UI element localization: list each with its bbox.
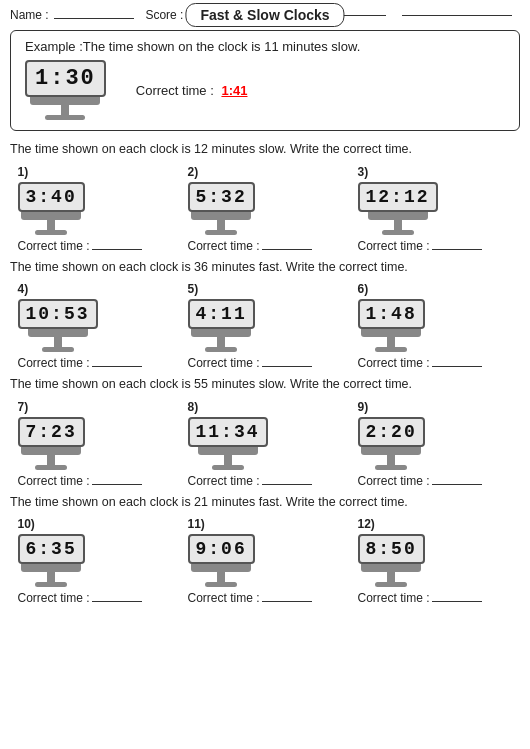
clock-num-3: 3) (358, 165, 369, 179)
clock-screen-6: 1:48 (358, 299, 425, 329)
example-clock-base (30, 97, 100, 105)
clock-stand-6 (387, 337, 395, 347)
correct-time-blank-12[interactable] (432, 601, 482, 602)
clock-stand-9 (387, 455, 395, 465)
correct-time-label-6: Correct time : (358, 356, 482, 370)
section-4-instruction: The time shown on each clock is 21 minut… (10, 494, 520, 512)
clock-wrap-9: 2:20 (358, 417, 425, 470)
correct-time-blank-8[interactable] (262, 484, 312, 485)
clock-wrap-8: 11:34 (188, 417, 268, 470)
clock-base-6 (361, 329, 421, 337)
clock-stand-7 (47, 455, 55, 465)
clock-screen-1: 3:40 (18, 182, 85, 212)
clock-item-11: 11)9:06Correct time : (188, 517, 343, 605)
example-text: Example :The time shown on the clock is … (25, 39, 360, 54)
section-1-clock-row: 1)3:40Correct time :2)5:32Correct time :… (10, 165, 520, 253)
clock-item-7: 7)7:23Correct time : (18, 400, 173, 488)
clock-foot-5 (205, 347, 237, 352)
page-title: Fast & Slow Clocks (185, 3, 344, 27)
clock-wrap-10: 6:35 (18, 534, 85, 587)
clock-base-1 (21, 212, 81, 220)
clock-base-9 (361, 447, 421, 455)
clock-stand-4 (54, 337, 62, 347)
clock-stand-10 (47, 572, 55, 582)
clock-stand-8 (224, 455, 232, 465)
clock-wrap-5: 4:11 (188, 299, 255, 352)
clock-stand-5 (217, 337, 225, 347)
example-clock-foot (45, 115, 85, 120)
correct-time-label-9: Correct time : (358, 474, 482, 488)
clock-base-12 (361, 564, 421, 572)
clock-foot-9 (375, 465, 407, 470)
clock-item-1: 1)3:40Correct time : (18, 165, 173, 253)
example-box: Example :The time shown on the clock is … (10, 30, 520, 131)
clock-screen-7: 7:23 (18, 417, 85, 447)
section-3-clock-row: 7)7:23Correct time :8)11:34Correct time … (10, 400, 520, 488)
clock-foot-7 (35, 465, 67, 470)
clock-foot-1 (35, 230, 67, 235)
clock-wrap-6: 1:48 (358, 299, 425, 352)
section-4-clock-row: 10)6:35Correct time :11)9:06Correct time… (10, 517, 520, 605)
correct-time-label-4: Correct time : (18, 356, 142, 370)
clock-wrap-12: 8:50 (358, 534, 425, 587)
clock-base-7 (21, 447, 81, 455)
clock-num-5: 5) (188, 282, 199, 296)
correct-time-label-2: Correct time : (188, 239, 312, 253)
correct-time-blank-6[interactable] (432, 366, 482, 367)
clock-item-4: 4)10:53Correct time : (18, 282, 173, 370)
correct-time-blank-7[interactable] (92, 484, 142, 485)
clock-num-2: 2) (188, 165, 199, 179)
clock-item-12: 12)8:50Correct time : (358, 517, 513, 605)
clock-item-8: 8)11:34Correct time : (188, 400, 343, 488)
header-line-right (402, 15, 512, 16)
clock-num-10: 10) (18, 517, 35, 531)
clock-wrap-2: 5:32 (188, 182, 255, 235)
clock-screen-2: 5:32 (188, 182, 255, 212)
clock-item-5: 5)4:11Correct time : (188, 282, 343, 370)
example-clock-screen: 1:30 (25, 60, 106, 97)
correct-time-blank-1[interactable] (92, 249, 142, 250)
clock-screen-8: 11:34 (188, 417, 268, 447)
correct-time-label-1: Correct time : (18, 239, 142, 253)
clock-base-2 (191, 212, 251, 220)
correct-time-blank-4[interactable] (92, 366, 142, 367)
clock-item-6: 6)1:48Correct time : (358, 282, 513, 370)
clock-item-9: 9)2:20Correct time : (358, 400, 513, 488)
name-line (54, 18, 134, 19)
name-label: Name : (10, 8, 49, 22)
clock-num-6: 6) (358, 282, 369, 296)
correct-time-blank-10[interactable] (92, 601, 142, 602)
example-correct-time: Correct time : 1:41 (136, 83, 248, 98)
correct-time-blank-3[interactable] (432, 249, 482, 250)
clock-num-11: 11) (188, 517, 205, 531)
section-3-instruction: The time shown on each clock is 55 minut… (10, 376, 520, 394)
clock-foot-11 (205, 582, 237, 587)
clock-wrap-1: 3:40 (18, 182, 85, 235)
clock-stand-1 (47, 220, 55, 230)
clock-base-4 (28, 329, 88, 337)
clock-screen-12: 8:50 (358, 534, 425, 564)
clock-num-1: 1) (18, 165, 29, 179)
correct-time-label-7: Correct time : (18, 474, 142, 488)
section-1-instruction: The time shown on each clock is 12 minut… (10, 141, 520, 159)
clock-screen-11: 9:06 (188, 534, 255, 564)
clock-stand-2 (217, 220, 225, 230)
correct-time-blank-2[interactable] (262, 249, 312, 250)
clock-num-9: 9) (358, 400, 369, 414)
clock-num-4: 4) (18, 282, 29, 296)
clock-num-7: 7) (18, 400, 29, 414)
correct-time-blank-9[interactable] (432, 484, 482, 485)
correct-time-blank-5[interactable] (262, 366, 312, 367)
correct-time-blank-11[interactable] (262, 601, 312, 602)
clock-base-3 (368, 212, 428, 220)
clock-foot-2 (205, 230, 237, 235)
clock-wrap-3: 12:12 (358, 182, 438, 235)
correct-time-label-11: Correct time : (188, 591, 312, 605)
clock-screen-3: 12:12 (358, 182, 438, 212)
clock-num-8: 8) (188, 400, 199, 414)
clock-foot-10 (35, 582, 67, 587)
clock-screen-10: 6:35 (18, 534, 85, 564)
score-label: Score : (145, 8, 183, 22)
example-clock-stand (61, 105, 69, 115)
page-header: Name : Score : Fast & Slow Clocks (10, 8, 520, 22)
